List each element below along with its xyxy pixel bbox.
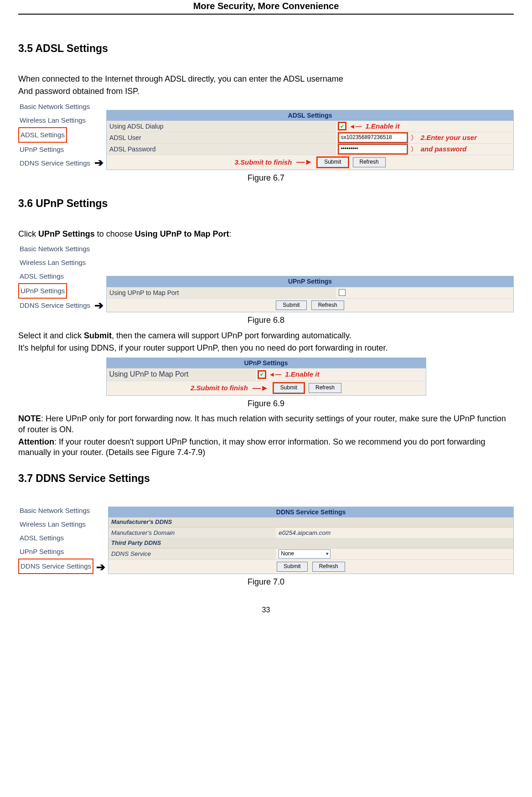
sidebar-menu: Basic Network Settings Wireless Lan Sett… xyxy=(18,100,92,170)
annotation-3: 3.Submit to finish xyxy=(235,158,292,167)
s36-intro: Click UPnP Settings to choose Using UPnP… xyxy=(18,229,514,239)
label-upnp-map-port: Using UPnP to Map Port xyxy=(107,287,336,298)
heading-3-5: 3.5 ADSL Settings xyxy=(18,42,514,56)
s35-intro-line2: And password obtained from ISP. xyxy=(18,86,514,97)
s36-after-1: Select it and click Submit, then the cam… xyxy=(18,331,514,341)
menu-upnp[interactable]: UPnP Settings xyxy=(18,143,65,156)
menu-adsl[interactable]: ADSL Settings xyxy=(18,127,67,143)
label-ddns-service: DDNS Service xyxy=(108,549,276,559)
label-adsl-user: ADSL User xyxy=(107,132,336,143)
annotation-arrow: ◄— xyxy=(269,370,282,378)
checkbox-upnp[interactable] xyxy=(339,289,346,296)
menu-wireless-lan[interactable]: Wireless Lan Settings xyxy=(18,114,87,127)
heading-3-7: 3.7 DDNS Service Settings xyxy=(18,472,514,486)
figure-6-8: Basic Network Settings Wireless Lan Sett… xyxy=(18,242,514,312)
adsl-panel: ADSL Settings Using ADSL Dialup ✔ ◄— 1.E… xyxy=(106,110,514,170)
input-adsl-password[interactable]: ••••••••• xyxy=(339,145,407,154)
annotation-arrow: —► xyxy=(253,383,269,393)
ddns-panel: DDNS Service Settings Manufacturer's DDN… xyxy=(108,507,514,574)
caption-7-0: Figure 7.0 xyxy=(18,577,514,587)
submit-button[interactable]: Submit xyxy=(274,383,304,393)
s35-intro-line1: When connected to the Internet through A… xyxy=(18,74,514,84)
s36-attention: Attention: If your router doesn't suppor… xyxy=(18,437,514,458)
annotation-arrow: —► xyxy=(296,157,313,167)
refresh-button[interactable]: Refresh xyxy=(353,157,386,167)
submit-button[interactable]: Submit xyxy=(317,157,348,167)
refresh-button[interactable]: Refresh xyxy=(309,383,341,393)
label-upnp-map-port: Using UPnP to Map Port xyxy=(107,368,256,381)
annotation-2: 2.Submit to finish xyxy=(191,383,248,393)
menu-basic-network[interactable]: Basic Network Settings xyxy=(18,100,91,114)
figure-6-7: Basic Network Settings Wireless Lan Sett… xyxy=(18,100,514,170)
annotation-1: 1.Enable it xyxy=(365,122,399,131)
panel-title: UPnP Settings xyxy=(107,276,513,287)
menu-ddns[interactable]: DDNS Service Settings xyxy=(18,299,92,312)
select-ddns-service[interactable]: None xyxy=(279,549,331,559)
menu-wireless-lan[interactable]: Wireless Lan Settings xyxy=(18,256,87,269)
annotation-1: 1.Enable it xyxy=(285,370,319,379)
label-manufacturer-domain: Manufacturer's Domain xyxy=(108,528,276,538)
submit-button[interactable]: Submit xyxy=(276,300,306,311)
annotation-2a: 2.Enter your user xyxy=(421,133,477,142)
page-header: More Security, More Convenience xyxy=(18,0,514,15)
menu-upnp[interactable]: UPnP Settings xyxy=(18,545,65,559)
section-third-party-ddns: Third Party DDNS xyxy=(108,538,513,549)
value-manufacturer-domain: e0254.aipcam.com xyxy=(276,528,513,538)
label-adsl-dialup: Using ADSL Dialup xyxy=(107,121,336,132)
annotation-brace: 〉 xyxy=(411,134,417,142)
menu-ddns[interactable]: DDNS Service Settings xyxy=(18,156,92,170)
menu-adsl[interactable]: ADSL Settings xyxy=(18,531,65,545)
arrow-icon: ➔ xyxy=(94,298,103,312)
heading-3-6: 3.6 UPnP Settings xyxy=(18,197,514,211)
menu-basic-network[interactable]: Basic Network Settings xyxy=(18,504,91,518)
submit-button[interactable]: Submit xyxy=(277,562,307,572)
arrow-icon: ➔ xyxy=(96,560,105,574)
caption-6-7: Figure 6.7 xyxy=(18,173,514,183)
menu-upnp[interactable]: UPnP Settings xyxy=(18,283,67,299)
arrow-icon: ➔ xyxy=(94,155,103,170)
s36-after-2: It's helpful for using DDNS, if your rou… xyxy=(18,343,514,353)
annotation-arrow: ◄— xyxy=(349,122,362,130)
section-manufacturer-ddns: Manufacturer's DDNS xyxy=(108,518,513,528)
annotation-2b: and password xyxy=(421,145,467,154)
checkbox-upnp[interactable]: ✔ xyxy=(258,371,265,378)
checkbox-adsl-dialup[interactable]: ✔ xyxy=(339,123,346,129)
s36-note: NOTE: Here UPnP only for port forwarding… xyxy=(18,414,514,435)
sidebar-menu: Basic Network Settings Wireless Lan Sett… xyxy=(18,504,93,574)
menu-basic-network[interactable]: Basic Network Settings xyxy=(18,242,91,256)
sidebar-menu: Basic Network Settings Wireless Lan Sett… xyxy=(18,242,92,312)
panel-title: UPnP Settings xyxy=(107,358,426,368)
panel-title: DDNS Service Settings xyxy=(108,507,513,518)
refresh-button[interactable]: Refresh xyxy=(311,300,344,311)
input-adsl-user[interactable]: sx102356897236518 xyxy=(339,133,407,142)
annotation-brace: 〉 xyxy=(411,145,417,153)
figure-7-0: Basic Network Settings Wireless Lan Sett… xyxy=(18,504,514,574)
panel-title: ADSL Settings xyxy=(107,110,513,121)
menu-adsl[interactable]: ADSL Settings xyxy=(18,269,65,283)
upnp-panel: UPnP Settings Using UPnP to Map Port Sub… xyxy=(106,276,514,312)
figure-6-9: UPnP Settings Using UPnP to Map Port ✔ ◄… xyxy=(106,357,426,396)
refresh-button[interactable]: Refresh xyxy=(312,562,345,572)
menu-wireless-lan[interactable]: Wireless Lan Settings xyxy=(18,518,87,531)
menu-ddns[interactable]: DDNS Service Settings xyxy=(18,559,93,574)
label-adsl-password: ADSL Password xyxy=(107,144,336,155)
caption-6-8: Figure 6.8 xyxy=(18,315,514,326)
page-number: 33 xyxy=(18,606,514,615)
caption-6-9: Figure 6.9 xyxy=(18,398,514,409)
